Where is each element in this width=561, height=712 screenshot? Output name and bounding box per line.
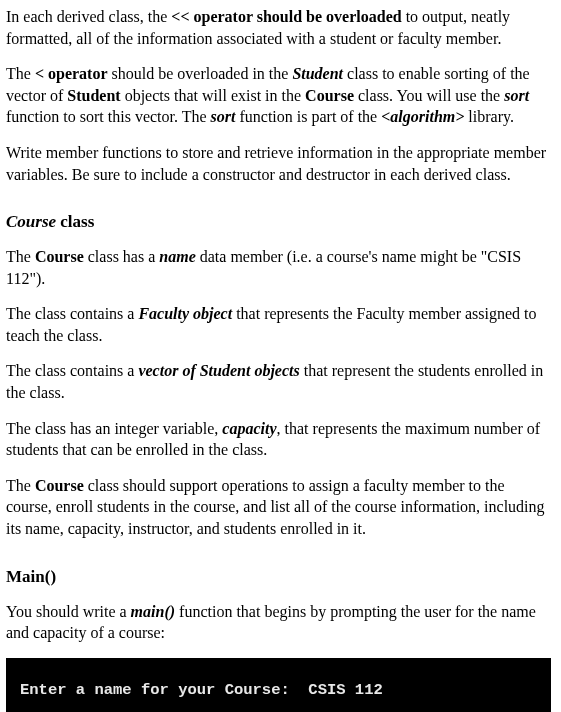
text: should be overloaded in the (108, 65, 293, 82)
heading-italic: Course (6, 212, 56, 231)
text-sort: sort (504, 87, 529, 104)
text-bold: Course (35, 477, 84, 494)
heading-main: Main() (6, 566, 551, 589)
paragraph-capacity: The class has an integer variable, capac… (6, 418, 551, 461)
text-bold: < operator (35, 65, 108, 82)
paragraph-student-vector: The class contains a vector of Student o… (6, 360, 551, 403)
paragraph-main-description: You should write a main() function that … (6, 601, 551, 644)
text-main-fn: main() (131, 603, 175, 620)
text: The (6, 248, 35, 265)
text: function is part of the (235, 108, 381, 125)
heading-plain: class (56, 212, 94, 231)
text-name: name (159, 248, 195, 265)
terminal-line-1: Enter a name for your Course: CSIS 112 (20, 680, 537, 702)
text: The class contains a (6, 305, 138, 322)
text: class. You will use the (354, 87, 504, 104)
text-bold: Student (67, 87, 120, 104)
text: objects that will exist in the (121, 87, 305, 104)
paragraph-course-name: The Course class has a name data member … (6, 246, 551, 289)
text-bold: Course (35, 248, 84, 265)
text-bold: << operator should be overloaded (171, 8, 401, 25)
paragraph-course-operations: The Course class should support operatio… (6, 475, 551, 540)
text: The (6, 65, 35, 82)
paragraph-operator-sort: The < operator should be overloaded in t… (6, 63, 551, 128)
terminal-gap (20, 701, 537, 712)
terminal-output: Enter a name for your Course: CSIS 112 W… (6, 658, 551, 712)
text: The class contains a (6, 362, 138, 379)
paragraph-faculty-object: The class contains a Faculty object that… (6, 303, 551, 346)
text: function to sort this vector. The (6, 108, 211, 125)
text: The (6, 477, 35, 494)
text-vector-student: vector of Student objects (138, 362, 299, 379)
text-sort: sort (211, 108, 236, 125)
text: library. (464, 108, 514, 125)
text: The class has an integer variable, (6, 420, 222, 437)
heading-course-class: Course class (6, 211, 551, 234)
text: You should write a (6, 603, 131, 620)
text-bold: Course (305, 87, 354, 104)
text: class should support operations to assig… (6, 477, 545, 537)
text-class-student: Student (292, 65, 343, 82)
text-faculty-object: Faculty object (138, 305, 232, 322)
text: class has a (84, 248, 160, 265)
text-algorithm: <algorithm> (381, 108, 464, 125)
paragraph-operator-output: In each derived class, the << operator s… (6, 6, 551, 49)
text: In each derived class, the (6, 8, 171, 25)
text-capacity: capacity (222, 420, 276, 437)
paragraph-member-functions: Write member functions to store and retr… (6, 142, 551, 185)
